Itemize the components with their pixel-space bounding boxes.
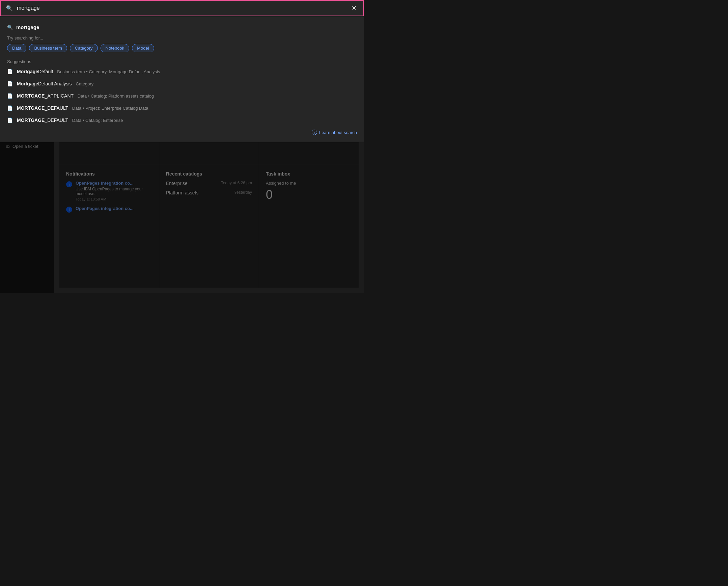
search-dropdown: 🔍 mortgage Try searching for... Data Bus… [0,16,364,142]
notification-time-1: Today at 10:58 AM [76,197,152,201]
notification-icon-1: i [66,181,72,187]
recent-catalogs-card: Recent catalogs Enterprise Today at 6:26… [159,164,259,288]
learn-search-row: i Learn about search [0,126,364,137]
suggestion-text-4: MORTGAGE_DEFAULT Data • Project: Enterpr… [17,105,357,111]
notification-desc-1: Use IBM OpenPages to manage your model u… [76,187,152,196]
task-inbox-title: Task inbox [266,171,352,176]
notification-body-1: OpenPages integration co... Use IBM Open… [76,180,152,201]
sidebar-item-open-ticket[interactable]: 🎟 Open a ticket [0,141,54,151]
assigned-to-me-count: 0 [266,188,352,202]
search-tag-notebook[interactable]: Notebook [101,44,130,52]
search-tag-model[interactable]: Model [132,44,154,52]
notifications-title: Notifications [66,171,152,176]
search-tags: Data Business term Category Notebook Mod… [0,43,364,56]
suggestion-item-5[interactable]: 📄 MORTGAGE_DEFAULT Data • Catalog: Enter… [0,114,364,126]
assigned-to-me-section: Assigned to me 0 [266,180,352,202]
notification-title-2[interactable]: OpenPages integration co... [76,206,134,211]
search-bar: 🔍 ✕ [0,0,364,16]
doc-icon-4: 📄 [7,105,13,111]
try-searching-label: Try searching for... [0,33,364,43]
suggestions-label: Suggestions [0,56,364,66]
suggestion-item-1[interactable]: 📄 MortgageDefault Business term • Catego… [0,66,364,78]
catalog-item-1[interactable]: Enterprise Today at 6:26 pm [166,180,252,186]
notifications-card: Notifications i OpenPages integration co… [59,164,159,288]
suggestion-text-1: MortgageDefault Business term • Category… [17,69,357,74]
search-close-button[interactable]: ✕ [350,3,358,13]
doc-icon-1: 📄 [7,69,13,74]
notification-item-2: i OpenPages integration co... [66,206,152,213]
suggestion-text-3: MORTGAGE_APPLICANT Data • Catalog: Platf… [17,93,357,99]
search-tag-category[interactable]: Category [70,44,98,52]
learn-search-link[interactable]: i Learn about search [312,130,357,135]
task-inbox-card: Task inbox Assigned to me 0 [259,164,359,288]
ticket-icon: 🎟 [5,144,10,149]
notification-body-2: OpenPages integration co... [76,206,134,213]
learn-search-label: Learn about search [319,130,357,135]
search-tag-data[interactable]: Data [7,44,26,52]
assigned-to-me-label: Assigned to me [266,180,352,186]
catalog-time-2: Yesterday [234,190,252,195]
search-query-text: mortgage [16,24,39,30]
catalog-time-1: Today at 6:26 pm [221,180,252,186]
search-input[interactable] [17,5,346,11]
search-tag-business-term[interactable]: Business term [29,44,67,52]
search-query-row[interactable]: 🔍 mortgage [0,22,364,33]
suggestion-item-3[interactable]: 📄 MORTGAGE_APPLICANT Data • Catalog: Pla… [0,90,364,102]
notification-item-1: i OpenPages integration co... Use IBM Op… [66,180,152,201]
notification-icon-2: i [66,206,72,213]
suggestion-item-4[interactable]: 📄 MORTGAGE_DEFAULT Data • Project: Enter… [0,102,364,114]
suggestion-item-2[interactable]: 📄 MortgageDefault Analysis Category [0,78,364,90]
info-icon: i [312,130,317,135]
catalog-item-2[interactable]: Platform assets Yesterday [166,190,252,195]
catalog-name-2: Platform assets [166,190,198,195]
recent-catalogs-title: Recent catalogs [166,171,252,176]
open-ticket-label: Open a ticket [12,144,38,149]
catalog-name-1: Enterprise [166,180,187,186]
suggestion-text-2: MortgageDefault Analysis Category [17,81,357,87]
doc-icon-5: 📄 [7,118,13,123]
search-query-icon: 🔍 [7,25,13,30]
search-overlay: 🔍 ✕ 🔍 mortgage Try searching for... Data… [0,0,364,142]
doc-icon-2: 📄 [7,81,13,87]
doc-icon-3: 📄 [7,93,13,99]
suggestion-text-5: MORTGAGE_DEFAULT Data • Catalog: Enterpr… [17,118,357,123]
notification-title-1[interactable]: OpenPages integration co... [76,180,152,186]
search-icon: 🔍 [6,5,13,11]
